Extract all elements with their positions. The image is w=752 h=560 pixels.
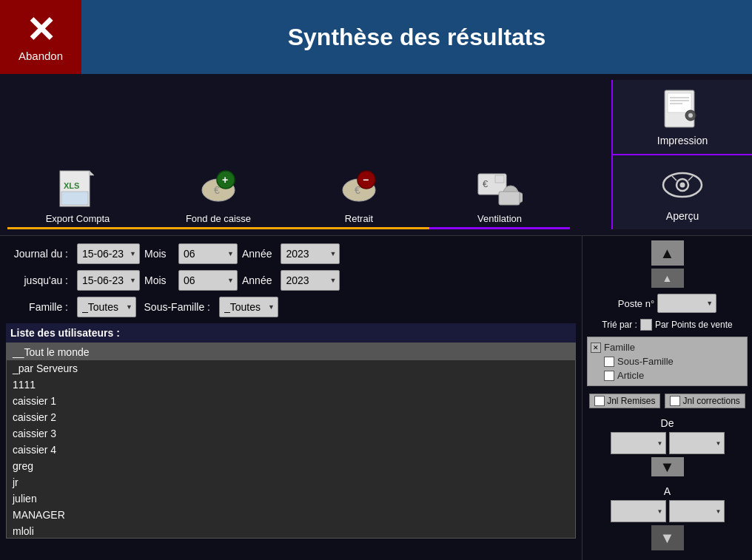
famille-wrapper[interactable]: _Toutes [77, 297, 136, 317]
annee-1-wrapper[interactable]: 2023 [281, 243, 340, 264]
list-item[interactable]: greg [7, 458, 575, 474]
trie-par-row: Trié par : Par Points de vente [602, 319, 732, 331]
jusquau-date-wrapper[interactable]: 15-06-23 [77, 270, 140, 291]
user-list-header: Liste des utilisateurs : [6, 323, 576, 343]
left-panel: Journal du : 15-06-23 Mois 06 Année 2023 [0, 236, 582, 560]
close-icon: ✕ [26, 13, 56, 48]
scroll-up-small-button[interactable]: ▲ [651, 269, 684, 288]
fond-caisse-icon: € + [198, 169, 239, 210]
toolbar-ventilation[interactable]: € Ventilation [429, 80, 570, 229]
sous-famille-tree-label: Sous-Famille [617, 356, 674, 367]
mois-2-select[interactable]: 06 [178, 270, 238, 291]
toolbar-main: XLS Export Compta € + Fond de caisse € − [0, 80, 611, 229]
apercu-button[interactable]: Aperçu [613, 154, 752, 229]
jnl-remises-label: Jnl Remises [607, 396, 655, 406]
jusquau-label: jusqu'au : [6, 274, 73, 286]
poste-row: Poste n° [618, 294, 716, 313]
list-item[interactable]: caissier 4 [7, 442, 575, 458]
ventilation-label: Ventilation [477, 213, 522, 224]
a-select-2[interactable] [669, 500, 725, 522]
mois-label-1: Mois [144, 248, 174, 260]
famille-tree-item: ✕ Famille [591, 340, 744, 354]
journal-date-wrapper[interactable]: 15-06-23 [77, 243, 140, 264]
impression-label: Impression [657, 135, 708, 146]
article-tree-item: Article [591, 368, 744, 382]
de-label: De [587, 417, 748, 429]
jnl-corrections-label: Jnl corrections [682, 396, 739, 406]
list-item[interactable]: mloli [7, 523, 575, 539]
journal-row: Journal du : 15-06-23 Mois 06 Année 2023 [6, 243, 576, 264]
right-sidebar: Impression Aperçu [611, 80, 752, 229]
abandon-button[interactable]: ✕ Abandon [0, 0, 81, 74]
abandon-label: Abandon [19, 50, 63, 62]
scroll-up-large-button[interactable]: ▲ [651, 240, 684, 266]
famille-label: Famille : [6, 301, 73, 313]
famille-select[interactable]: _Toutes [77, 297, 136, 317]
list-item[interactable]: caissier 2 [7, 409, 575, 425]
mois-label-2: Mois [144, 274, 174, 286]
a-select-1[interactable] [611, 500, 666, 522]
list-item[interactable]: __Tout le monde [7, 344, 575, 360]
de-select-2-wrapper[interactable] [669, 432, 725, 454]
sous-famille-wrapper[interactable]: _Toutes [219, 297, 278, 317]
mois-1-select[interactable]: 06 [178, 243, 238, 264]
user-list-section: Liste des utilisateurs : __Tout le monde… [6, 323, 576, 539]
tree-container: ✕ Famille Sous-Famille Article [587, 337, 748, 386]
scroll-down-large-button[interactable]: ▼ [651, 525, 684, 550]
poste-select[interactable] [657, 294, 716, 313]
xls-icon: XLS [58, 169, 97, 210]
de-select-1-wrapper[interactable] [611, 432, 666, 454]
article-tree-checkbox[interactable] [604, 371, 614, 381]
annee-1-select[interactable]: 2023 [281, 243, 340, 264]
list-item[interactable]: jr [7, 474, 575, 490]
scroll-down-small-button[interactable]: ▼ [651, 457, 684, 476]
svg-point-28 [680, 183, 685, 188]
svg-rect-18 [499, 192, 520, 205]
famille-row: Famille : _Toutes Sous-Famille : _Toutes [6, 297, 576, 317]
de-select-1[interactable] [611, 432, 666, 454]
annee-2-select[interactable]: 2023 [281, 270, 340, 291]
mois-2-wrapper[interactable]: 06 [178, 270, 238, 291]
list-item[interactable]: caissier 1 [7, 393, 575, 409]
impression-button[interactable]: Impression [613, 80, 752, 154]
list-item[interactable]: caissier 3 [7, 425, 575, 442]
journal-date-select[interactable]: 15-06-23 [77, 243, 140, 264]
annee-2-wrapper[interactable]: 2023 [281, 270, 340, 291]
article-tree-label: Article [617, 370, 644, 381]
jnl-remises-checkbox[interactable] [594, 396, 605, 406]
toolbar-export-compta[interactable]: XLS Export Compta [7, 80, 148, 229]
a-select-2-wrapper[interactable] [669, 500, 725, 522]
page-title: Synthèse des résultats [288, 24, 546, 51]
jnl-corrections-button[interactable]: Jnl corrections [665, 394, 745, 408]
toolbar: XLS Export Compta € + Fond de caisse € − [0, 74, 752, 236]
famille-tree-label: Famille [604, 342, 635, 353]
svg-text:XLS: XLS [64, 181, 79, 190]
poste-select-wrapper[interactable] [657, 294, 716, 313]
par-points-checkbox[interactable] [640, 319, 652, 331]
user-list-container[interactable]: __Tout le monde _par Serveurs 1111 caiss… [6, 343, 576, 539]
jusquau-date-select[interactable]: 15-06-23 [77, 270, 140, 291]
toolbar-retrait[interactable]: € − Retrait [289, 80, 429, 229]
list-item[interactable]: _par Serveurs [7, 360, 575, 377]
list-item[interactable]: MANAGER [7, 507, 575, 523]
svg-line-30 [688, 176, 693, 181]
jnl-remises-button[interactable]: Jnl Remises [589, 394, 660, 408]
list-item[interactable]: 1111 [7, 377, 575, 393]
user-list-header-text: Liste des utilisateurs : [10, 327, 120, 339]
sous-famille-select[interactable]: _Toutes [219, 297, 278, 317]
mois-1-wrapper[interactable]: 06 [178, 243, 238, 264]
export-compta-label: Export Compta [46, 213, 110, 224]
sous-famille-tree-checkbox[interactable] [604, 357, 614, 367]
famille-tree-checkbox[interactable]: ✕ [591, 343, 601, 353]
page-title-container: Synthèse des résultats [81, 0, 752, 74]
annee-label-1: Année [242, 248, 276, 260]
ventilation-icon: € [477, 169, 523, 210]
a-select-1-wrapper[interactable] [611, 500, 666, 522]
svg-point-25 [688, 113, 693, 118]
list-item[interactable]: julien [7, 490, 575, 507]
de-select-2[interactable] [669, 432, 725, 454]
svg-marker-2 [90, 171, 94, 175]
svg-text:−: − [363, 174, 369, 186]
jnl-corrections-checkbox[interactable] [670, 396, 680, 406]
toolbar-fond-de-caisse[interactable]: € + Fond de caisse [148, 80, 289, 229]
